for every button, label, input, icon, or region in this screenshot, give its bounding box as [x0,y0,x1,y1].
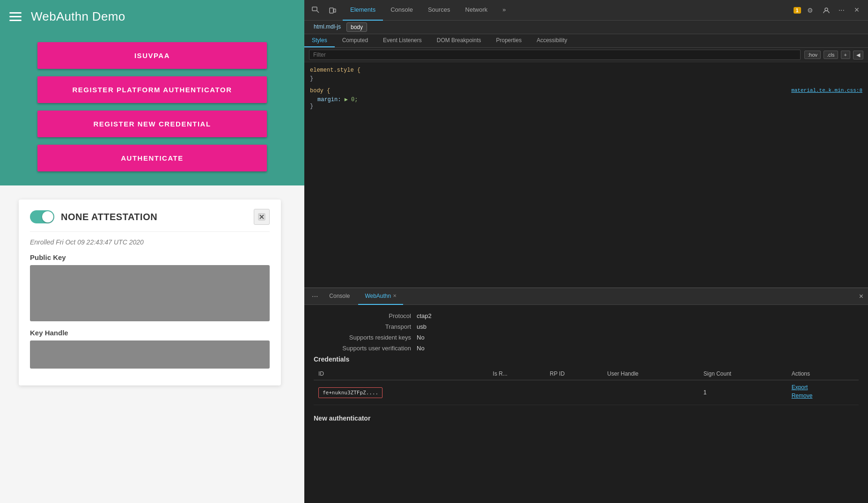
devtools-topbar: Elements Console Sources Network » 1 ⚙ ·… [304,0,868,21]
close-bottom-panel-button[interactable]: × [859,292,863,301]
key-handle-label: Key Handle [30,329,270,337]
user-feedback-icon[interactable] [820,4,833,17]
cred-actions-cell: Export Remove [787,380,859,405]
styles-filter-input[interactable] [309,50,801,60]
svg-line-4 [317,11,319,13]
credential-area: NONE ATTESTATION Enrolled Fri Oct 09 22:… [0,185,304,503]
settings-icon[interactable]: ⚙ [804,4,817,17]
resident-keys-row: Supports resident keys No [314,334,859,341]
devtools-right-icons: 1 ⚙ ··· × [794,4,863,17]
styles-tabs-row: Styles Computed Event Listeners DOM Brea… [304,34,868,48]
webauthn-tab-close[interactable]: ✕ [393,293,397,298]
col-id: ID [314,368,488,380]
cred-rpid-cell [545,380,603,405]
col-rpid: RP ID [545,368,603,380]
credentials-table-header: ID Is R... RP ID User Handle Sign Count … [314,368,859,380]
styles-filter-row: :hov .cls + ◀ [304,48,868,62]
hamburger-menu-icon[interactable] [9,12,22,21]
user-verification-row: Supports user verification No [314,345,859,352]
remove-button[interactable]: Remove [792,392,813,399]
warning-badge: 1 [794,7,801,14]
user-verification-value: No [417,345,425,352]
filter-add-button[interactable]: + [841,51,850,59]
card-header: NONE ATTESTATION [30,209,270,232]
tab-more[interactable]: » [495,0,513,21]
crumb-html[interactable]: html.mdl-js [310,22,345,32]
crumb-body[interactable]: body [346,22,367,32]
devtools-panel: Elements Console Sources Network » 1 ⚙ ·… [304,0,868,503]
bottom-tab-console[interactable]: Console [323,288,356,305]
tab-computed[interactable]: Computed [335,34,375,47]
css-selector: element.style { [310,67,862,74]
css-source-link[interactable]: material.te…k.min.css:8 [791,88,862,96]
toggle-name-group: NONE ATTESTATION [30,210,157,223]
elements-breadcrumb: html.mdl-js body [304,21,868,34]
transport-label: Transport [314,323,417,330]
tab-dom-breakpoints[interactable]: DOM Breakpoints [429,34,489,47]
credential-name: NONE ATTESTATION [61,212,157,222]
bottom-tabbar: ··· Console WebAuthn ✕ × [304,288,868,305]
tab-properties[interactable]: Properties [488,34,529,47]
cred-id-value[interactable]: fe+nuknu3ZTFpZ.... [318,387,383,398]
tab-event-listeners[interactable]: Event Listeners [375,34,429,47]
protocol-label: Protocol [314,312,417,319]
transport-value: usb [417,323,427,330]
buttons-area: ISUVPAA REGISTER PLATFORM AUTHENTICATOR … [0,33,304,185]
authenticate-button[interactable]: AUTHENTICATE [37,145,267,171]
bottom-more-icon[interactable]: ··· [309,290,321,303]
isuvpaa-button[interactable]: ISUVPAA [37,42,267,69]
delete-credential-button[interactable] [254,209,270,225]
attestation-toggle[interactable] [30,210,54,223]
new-authenticator-title: New authenticator [314,414,859,422]
credential-card: NONE ATTESTATION Enrolled Fri Oct 09 22:… [19,200,281,385]
css-rule-element-style: element.style { } [310,67,862,82]
svg-rect-3 [312,7,317,11]
filter-toggle-button[interactable]: ◀ [853,51,863,59]
cred-signcount-cell: 1 [699,380,787,405]
tab-accessibility[interactable]: Accessibility [529,34,574,47]
tab-styles[interactable]: Styles [304,34,335,47]
credentials-section-title: Credentials [314,355,859,363]
key-handle-box [30,340,270,369]
tab-elements[interactable]: Elements [343,0,383,21]
cred-id-cell[interactable]: fe+nuknu3ZTFpZ.... [314,380,488,405]
bottom-tab-webauthn[interactable]: WebAuthn ✕ [358,288,403,305]
filter-cls-button[interactable]: .cls [824,51,838,59]
cred-userhandle-cell [603,380,699,405]
filter-right: :hov .cls + ◀ [804,51,863,59]
css-margin-prop: margin: ▶ 0; [310,96,862,103]
tab-console[interactable]: Console [383,0,420,21]
close-devtools-button[interactable]: × [850,4,863,17]
inspect-icon[interactable] [309,4,322,17]
credentials-header-row: ID Is R... RP ID User Handle Sign Count … [314,368,859,380]
css-body-closing: } [310,103,862,110]
filter-hov-button[interactable]: :hov [804,51,821,59]
export-button[interactable]: Export [792,384,808,391]
col-actions: Actions [787,368,859,380]
resident-keys-label: Supports resident keys [314,334,417,341]
protocol-value: ctap2 [417,312,432,319]
app-header: WebAuthn Demo [0,0,304,33]
tab-sources[interactable]: Sources [420,0,458,21]
enrolled-date: Enrolled Fri Oct 09 22:43:47 UTC 2020 [30,238,270,246]
left-panel: WebAuthn Demo ISUVPAA REGISTER PLATFORM … [0,0,304,503]
credentials-table: ID Is R... RP ID User Handle Sign Count … [314,368,859,405]
cred-isr-cell [488,380,545,405]
more-options-icon[interactable]: ··· [836,4,847,16]
register-platform-button[interactable]: REGISTER PLATFORM AUTHENTICATOR [37,76,267,103]
public-key-label: Public Key [30,253,270,261]
protocol-row: Protocol ctap2 [314,312,859,319]
table-row: fe+nuknu3ZTFpZ.... 1 Export Remove [314,380,859,405]
transport-row: Transport usb [314,323,859,330]
register-credential-button[interactable]: REGISTER NEW CREDENTIAL [37,111,267,137]
devtools-bottom: ··· Console WebAuthn ✕ × Protocol ctap2 … [304,288,868,503]
credentials-table-body: fe+nuknu3ZTFpZ.... 1 Export Remove [314,380,859,405]
svg-rect-5 [330,8,333,13]
tab-network[interactable]: Network [458,0,495,21]
device-icon[interactable] [326,4,339,17]
devtools-tabs: Elements Console Sources Network » [343,0,514,21]
css-closing-brace: } [310,75,862,82]
svg-rect-6 [334,9,336,12]
col-signcount: Sign Count [699,368,787,380]
css-body-selector: body { [310,88,330,94]
